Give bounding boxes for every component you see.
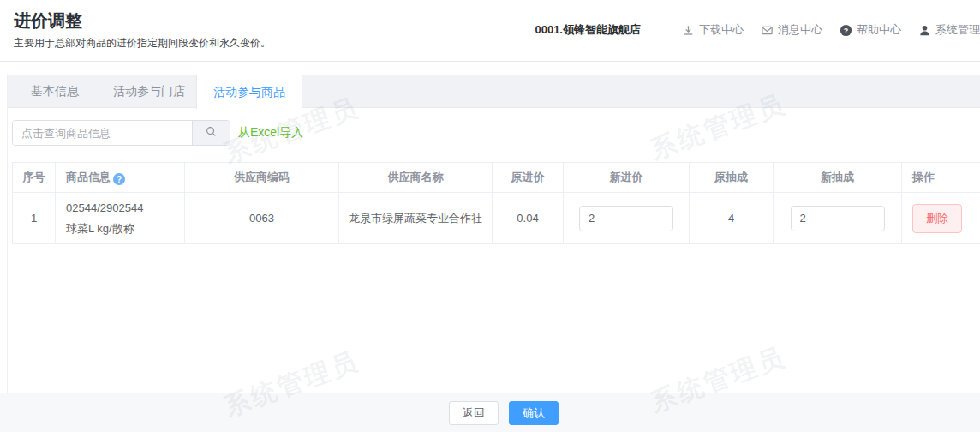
nav-message-center[interactable]: 消息中心 <box>761 22 822 38</box>
cell-actions: 删除 <box>902 193 980 244</box>
nav-label: 消息中心 <box>778 22 822 38</box>
products-table: 序号 商品信息? 供应商编码 供应商名称 原进价 新进价 原抽成 新抽成 操作 … <box>12 162 980 244</box>
cell-new-price <box>564 193 690 244</box>
cell-product-info: 02544/2902544 球菜L kg/散称 <box>56 193 185 244</box>
table-row: 1 02544/2902544 球菜L kg/散称 0063 龙泉市绿屏蔬菜专业… <box>13 193 980 244</box>
cell-supplier-code: 0063 <box>185 193 339 244</box>
page-header: 进价调整 主要用于总部对商品的进价指定期间段变价和永久变价。 0001.领锋智能… <box>0 0 980 62</box>
back-button[interactable]: 返回 <box>449 401 499 425</box>
col-header-actions: 操作 <box>902 163 980 193</box>
search-icon <box>205 125 218 141</box>
help-icon: ? <box>840 24 852 37</box>
col-header-new-price: 新进价 <box>564 163 690 193</box>
nav-label: 系统管理 <box>935 22 980 38</box>
main-panel: 基本信息 活动参与门店 活动参与商品 从Excel导入 序号 商品信息? <box>7 75 980 393</box>
nav-help-center[interactable]: ? 帮助中心 <box>840 22 901 38</box>
product-search-input[interactable] <box>13 121 192 145</box>
cell-index: 1 <box>13 193 56 244</box>
excel-import-link[interactable]: 从Excel导入 <box>238 125 303 141</box>
message-icon <box>761 24 774 37</box>
page-subtitle: 主要用于总部对商品的进价指定期间段变价和永久变价。 <box>14 36 980 51</box>
store-name: 0001.领锋智能旗舰店 <box>535 22 641 38</box>
tab-participating-stores[interactable]: 活动参与门店 <box>102 75 196 107</box>
product-search-group <box>12 120 230 146</box>
new-commission-input[interactable] <box>791 206 885 231</box>
nav-system-admin[interactable]: 系统管理 <box>918 22 980 38</box>
col-header-new-commission: 新抽成 <box>774 163 902 193</box>
tab-bar: 基本信息 活动参与门店 活动参与商品 <box>8 75 980 108</box>
col-header-index: 序号 <box>13 163 56 193</box>
user-icon <box>918 24 931 37</box>
cell-supplier-name: 龙泉市绿屏蔬菜专业合作社 <box>339 193 493 244</box>
new-price-input[interactable] <box>579 206 673 231</box>
cell-new-commission <box>774 193 902 244</box>
product-code: 02544/2902544 <box>66 198 184 219</box>
confirm-button[interactable]: 确认 <box>509 401 559 425</box>
svg-text:?: ? <box>844 26 848 34</box>
footer-bar: 返回 确认 <box>0 393 980 432</box>
download-icon <box>682 24 695 37</box>
product-name: 球菜L kg/散称 <box>66 219 184 239</box>
question-circle-icon[interactable]: ? <box>113 173 125 185</box>
tab-participating-products[interactable]: 活动参与商品 <box>196 75 302 109</box>
toolbar: 从Excel导入 <box>12 120 980 146</box>
cell-old-price: 0.04 <box>493 193 564 244</box>
nav-label: 帮助中心 <box>857 22 901 38</box>
col-header-old-commission: 原抽成 <box>690 163 774 193</box>
col-header-supplier-name: 供应商名称 <box>339 163 493 193</box>
col-header-old-price: 原进价 <box>493 163 564 193</box>
delete-button[interactable]: 删除 <box>912 204 962 233</box>
cell-old-commission: 4 <box>690 193 774 244</box>
table-header-row: 序号 商品信息? 供应商编码 供应商名称 原进价 新进价 原抽成 新抽成 操作 <box>13 163 980 193</box>
nav-download-center[interactable]: 下载中心 <box>682 22 744 38</box>
col-header-product-info: 商品信息? <box>56 163 185 193</box>
search-button[interactable] <box>192 121 230 145</box>
nav-label: 下载中心 <box>699 22 744 38</box>
top-nav: 0001.领锋智能旗舰店 下载中心 消息中心 ? 帮助中心 系统管理 <box>535 22 980 38</box>
col-header-supplier-code: 供应商编码 <box>185 163 339 193</box>
tab-basic-info[interactable]: 基本信息 <box>8 75 102 107</box>
